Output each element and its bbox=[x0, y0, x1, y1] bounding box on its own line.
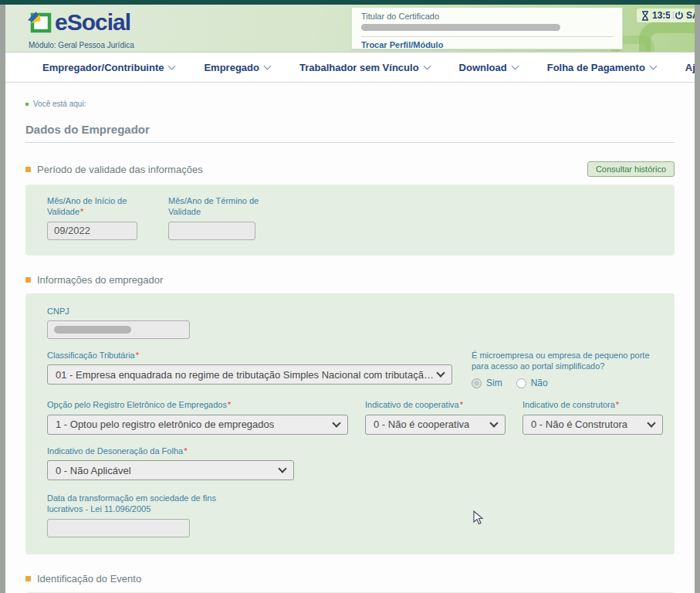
header: eSocial Módulo: Geral Pessoa Jurídica Ti… bbox=[5, 5, 695, 53]
end-validity-label: Mês/Ano de Término de Validade bbox=[168, 195, 261, 218]
logo-text: eSocial bbox=[55, 11, 130, 34]
mouse-cursor-icon bbox=[473, 510, 486, 526]
employer-panel: CNPJ Classificação Tributária* 01 - Empr… bbox=[25, 293, 675, 554]
menu-label: Trabalhador sem Vínculo bbox=[299, 62, 419, 73]
chevron-down-icon bbox=[332, 418, 340, 427]
menu-folha-de-pagamento[interactable]: Folha de Pagamento bbox=[547, 62, 656, 73]
menu-label: Download bbox=[459, 62, 507, 73]
select-value: 1 - Optou pelo registro eletrônico de em… bbox=[56, 418, 274, 430]
power-icon bbox=[675, 11, 684, 20]
required-marker: * bbox=[228, 400, 231, 409]
menu-label: Empregador/Contribuinte bbox=[42, 62, 164, 73]
esocial-logo: eSocial bbox=[27, 11, 130, 34]
chevron-down-icon bbox=[649, 62, 657, 69]
select-value: 0 - Não é Construtora bbox=[531, 418, 627, 430]
radio-unselected-icon bbox=[516, 378, 526, 388]
radio-sim[interactable]: Sim bbox=[472, 378, 502, 388]
breadcrumb-label: Você está aqui: bbox=[33, 100, 86, 108]
construtora-label: Indicativo de construtora* bbox=[522, 399, 663, 410]
required-marker: * bbox=[460, 400, 463, 409]
radio-nao-label: Não bbox=[531, 378, 548, 388]
menu-empregado[interactable]: Empregado bbox=[204, 62, 270, 73]
registro-label: Opção pelo Registro Eletrônico de Empreg… bbox=[47, 399, 348, 410]
chevron-down-icon bbox=[278, 464, 286, 473]
chevron-down-icon bbox=[647, 418, 655, 427]
classificacao-tributaria-select[interactable]: 01 - Empresa enquadrada no regime de tri… bbox=[47, 364, 452, 385]
start-validity-label: Mês/Ano de Início de Validade* bbox=[47, 195, 153, 218]
required-marker: * bbox=[184, 446, 187, 456]
section-bullet-icon bbox=[25, 277, 31, 283]
menu-label: Ajuda bbox=[685, 62, 695, 73]
cnpj-input bbox=[47, 320, 190, 339]
main-menu: Empregador/Contribuinte Empregado Trabal… bbox=[5, 53, 695, 83]
cnpj-redacted bbox=[54, 326, 131, 334]
page-frame: eSocial Módulo: Geral Pessoa Jurídica Ti… bbox=[5, 5, 695, 593]
app-window: eSocial Módulo: Geral Pessoa Jurídica Ti… bbox=[0, 0, 700, 593]
end-validity-input bbox=[168, 222, 255, 240]
hourglass-icon bbox=[641, 11, 649, 21]
section-validity-header: Período de validade das informações Cons… bbox=[25, 161, 675, 177]
transformacao-label: Data da transformação em sociedade de fi… bbox=[47, 493, 232, 515]
registro-eletronico-select[interactable]: 1 - Optou pelo registro eletrônico de em… bbox=[47, 415, 348, 435]
radio-sim-label: Sim bbox=[486, 378, 502, 388]
section-event-header: Identificação do Evento bbox=[25, 573, 675, 585]
classificacao-label: Classificação Tributária* bbox=[47, 350, 452, 361]
select-value: 0 - Não Aplicável bbox=[56, 465, 131, 476]
change-profile-link[interactable]: Trocar Perfil/Módulo bbox=[361, 40, 443, 49]
section-bullet-icon bbox=[25, 167, 31, 172]
menu-empregador-contribuinte[interactable]: Empregador/Contribuinte bbox=[42, 62, 174, 73]
module-label: Módulo: Geral Pessoa Jurídica bbox=[29, 41, 134, 49]
certificate-title: Titular do Certificado bbox=[361, 12, 613, 21]
chevron-down-icon bbox=[168, 62, 176, 69]
validity-panel: Mês/Ano de Início de Validade* Mês/Ano d… bbox=[25, 185, 675, 256]
desoneracao-label: Indicativo de Desoneração da Folha* bbox=[47, 446, 294, 456]
content: Você está aqui: Dados do Empregador Perí… bbox=[5, 100, 695, 593]
required-marker: * bbox=[80, 207, 83, 216]
menu-label: Folha de Pagamento bbox=[547, 62, 645, 73]
indicativo-cooperativa-select[interactable]: 0 - Não é cooperativa bbox=[365, 415, 506, 435]
divider bbox=[361, 36, 613, 37]
section-validity-title: Período de validade das informações bbox=[37, 164, 203, 175]
certificate-holder-redacted bbox=[361, 24, 560, 31]
indicativo-construtora-select[interactable]: 0 - Não é Construtora bbox=[522, 415, 663, 435]
section-bullet-icon bbox=[25, 576, 31, 581]
chevron-down-icon bbox=[423, 62, 431, 69]
menu-label: Empregado bbox=[204, 62, 259, 73]
chevron-down-icon bbox=[436, 369, 445, 378]
cooperativa-label: Indicativo de cooperativa* bbox=[365, 399, 506, 410]
esocial-logo-icon bbox=[27, 11, 52, 34]
section-employer-header: Informações do empregador bbox=[25, 274, 675, 286]
logout-button[interactable]: SAIR bbox=[670, 8, 695, 22]
radio-nao[interactable]: Não bbox=[516, 378, 548, 388]
micro-question-label: É microempresa ou empresa de pequeno por… bbox=[472, 350, 667, 372]
breadcrumb: Você está aqui: bbox=[25, 100, 675, 108]
certificate-panel: Titular do Certificado Trocar Perfil/Mód… bbox=[351, 8, 623, 49]
select-value: 01 - Empresa enquadrada no regime de tri… bbox=[56, 369, 438, 381]
menu-ajuda[interactable]: Ajuda bbox=[685, 62, 695, 73]
breadcrumb-bullet-icon bbox=[25, 103, 29, 106]
transformacao-input bbox=[47, 519, 190, 537]
browser-top-strip bbox=[0, 0, 700, 5]
select-value: 0 - Não é cooperativa bbox=[374, 418, 469, 430]
chevron-down-icon bbox=[264, 62, 272, 69]
divider bbox=[25, 142, 675, 143]
start-validity-input bbox=[47, 222, 137, 240]
cnpj-label: CNPJ bbox=[47, 306, 190, 317]
consult-history-button[interactable]: Consultar histórico bbox=[587, 161, 675, 177]
page-title: Dados do Empregador bbox=[25, 123, 675, 136]
menu-trabalhador-sem-vinculo[interactable]: Trabalhador sem Vínculo bbox=[299, 62, 430, 73]
chevron-down-icon bbox=[511, 62, 519, 69]
indicativo-desoneracao-select[interactable]: 0 - Não Aplicável bbox=[47, 460, 294, 480]
menu-download[interactable]: Download bbox=[459, 62, 518, 73]
required-marker: * bbox=[136, 351, 139, 360]
section-event-title: Identificação do Evento bbox=[37, 573, 141, 585]
radio-selected-icon bbox=[472, 378, 482, 388]
chevron-down-icon bbox=[489, 418, 498, 427]
logout-label: SAIR bbox=[686, 10, 695, 21]
section-employer-title: Informações do empregador bbox=[37, 274, 163, 286]
required-marker: * bbox=[616, 400, 619, 409]
